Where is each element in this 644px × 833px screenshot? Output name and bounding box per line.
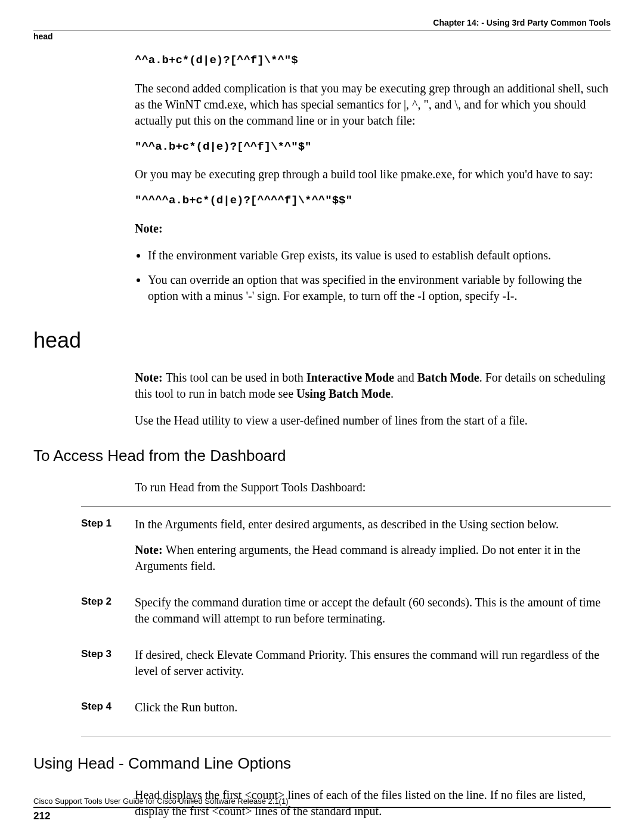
paragraph: In the Arguments field, enter desired ar… [135,516,611,532]
note-prefix: Note: [135,371,166,384]
bold-text: Interactive Mode [306,371,394,384]
step-label: Step 4 [81,699,135,725]
paragraph: To run Head from the Support Tools Dashb… [135,479,611,496]
step-text: In the Arguments field, enter desired ar… [135,516,611,584]
paragraph: Click the Run button. [135,699,611,716]
page-footer: Cisco Support Tools User Guide for Cisco… [33,797,611,822]
text: . [391,387,394,400]
step-text: Click the Run button. [135,699,611,725]
paragraph: Specify the command duration time or acc… [135,594,611,627]
step-label: Step 3 [81,647,135,689]
access-intro-block: To run Head from the Support Tools Dashb… [135,479,611,496]
footer-rule [33,807,611,808]
note-prefix: Note: [135,543,166,556]
bold-text: Batch Mode [417,371,479,384]
note-bullet-list: If the environment variable Grep exists,… [135,247,611,304]
code-sample-2: "^^a.b+c*(d|e)?[^^f]\*^"$" [135,140,611,155]
step-row: Step 2 Specify the command duration time… [81,594,611,636]
section-title-head: head [33,328,611,353]
note-heading: Note: [135,222,163,235]
step-text: If desired, check Elevate Command Priori… [135,647,611,689]
page-number: 212 [33,810,611,822]
list-item: You can override an option that was spec… [148,272,611,304]
code-sample-1: ^^a.b+c*(d|e)?[^^f]\*^"$ [135,53,611,69]
text: When entering arguments, the Head comman… [135,543,581,572]
text: and [394,371,417,384]
paragraph: Note: When entering arguments, the Head … [135,542,611,574]
step-row: Step 1 In the Arguments field, enter des… [81,516,611,584]
subsection-title-access: To Access Head from the Dashboard [33,447,611,465]
paragraph: Note: This tool can be used in both Inte… [135,370,611,402]
step-rule [81,736,611,736]
text: This tool can be used in both [166,371,306,384]
step-row: Step 3 If desired, check Elevate Command… [81,647,611,689]
paragraph: Or you may be executing grep through a b… [135,166,611,182]
footer-doc-title: Cisco Support Tools User Guide for Cisco… [33,797,611,806]
running-head: head [33,32,611,41]
step-rule [81,506,611,507]
header-rule [33,30,611,30]
step-row: Step 4 Click the Run button. [81,699,611,725]
paragraph: The second added complication is that yo… [135,80,611,129]
steps-block: Step 1 In the Arguments field, enter des… [81,506,611,736]
head-intro-block: Note: This tool can be used in both Inte… [135,370,611,429]
code-sample-3: "^^^^a.b+c*(d|e)?[^^^^f]\*^^"$$" [135,193,611,209]
step-text: Specify the command duration time or acc… [135,594,611,636]
paragraph: Use the Head utility to view a user-defi… [135,413,611,429]
bold-text: Using Batch Mode [296,387,391,400]
step-label: Step 1 [81,516,135,584]
note-label: Note: [135,221,611,237]
subsection-title-using: Using Head - Command Line Options [33,754,611,773]
grep-continued-block: ^^a.b+c*(d|e)?[^^f]\*^"$ The second adde… [135,53,611,304]
chapter-header: Chapter 14: - Using 3rd Party Common Too… [33,18,611,27]
step-label: Step 2 [81,594,135,636]
document-page: Chapter 14: - Using 3rd Party Common Too… [0,0,644,833]
paragraph: If desired, check Elevate Command Priori… [135,647,611,679]
list-item: If the environment variable Grep exists,… [148,247,611,264]
